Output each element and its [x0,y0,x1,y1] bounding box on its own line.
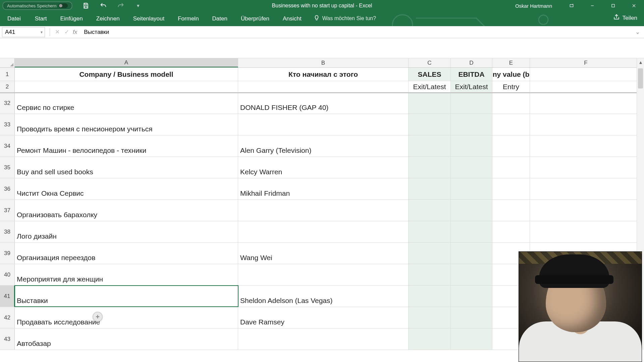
cell-D41[interactable] [451,286,492,307]
row-header-36[interactable]: 36 [0,178,15,199]
cell-D32[interactable] [451,93,492,114]
row-header-2[interactable]: 2 [0,81,15,92]
cell-A36[interactable]: Чистит Окна Сервис [15,178,238,199]
tab-data[interactable]: Daten [206,12,234,26]
cell-D42[interactable] [451,307,492,328]
minimize-icon[interactable] [585,0,600,11]
cell-A2[interactable] [15,81,238,92]
tab-pagelayout[interactable]: Seitenlayout [126,12,171,26]
cell-B43[interactable] [238,328,409,350]
cell-B34[interactable]: Alen Garry (Television) [238,135,409,157]
cell-B37[interactable] [238,200,409,221]
col-header-D[interactable]: D [451,58,492,67]
tab-review[interactable]: Überprüfen [234,12,276,26]
cell-E38[interactable] [492,221,530,242]
cell-E36[interactable] [492,178,530,199]
row-header-42[interactable]: 42 [0,307,15,328]
cell-E35[interactable] [492,157,530,178]
cell-C40[interactable] [409,264,451,285]
row-header-38[interactable]: 38 [0,221,15,242]
cell-A42[interactable]: Продавать исследование [15,307,238,328]
cell-D1[interactable]: EBITDA [451,68,492,81]
cell-D2[interactable]: Exit/Latest [451,81,492,92]
cell-A32[interactable]: Сервис по стирке [15,93,238,114]
col-header-C[interactable]: C [409,58,451,67]
cell-A38[interactable]: Лого дизайн [15,221,238,242]
quick-analysis-button[interactable]: + [93,312,103,322]
row-header-32[interactable]: 32 [0,93,15,114]
cell-C42[interactable] [409,307,451,328]
enter-icon[interactable]: ✓ [62,28,71,36]
cell-F38[interactable] [530,221,642,242]
row-header-40[interactable]: 40 [0,264,15,285]
cell-C36[interactable] [409,178,451,199]
cell-F33[interactable] [530,114,642,135]
cell-D36[interactable] [451,178,492,199]
save-icon[interactable] [82,2,90,9]
share-button[interactable]: Teilen [606,10,644,26]
cell-B33[interactable] [238,114,409,135]
select-all-corner[interactable] [0,58,15,67]
cell-C39[interactable] [409,243,451,264]
cell-D43[interactable] [451,328,492,350]
cell-E32[interactable] [492,93,530,114]
qat-customize-icon[interactable]: ▾ [135,2,142,9]
close-icon[interactable] [627,0,641,11]
cell-E34[interactable] [492,135,530,157]
cell-F1[interactable] [530,68,642,81]
cell-A1[interactable]: Company / Business modell [15,68,238,81]
cell-B2[interactable] [238,81,409,92]
cell-C35[interactable] [409,157,451,178]
tab-insert[interactable]: Einfügen [54,12,90,26]
cell-C41[interactable] [409,286,451,307]
row-header-37[interactable]: 37 [0,200,15,221]
row-header-33[interactable]: 33 [0,114,15,135]
row-header-34[interactable]: 34 [0,135,15,157]
cell-B1[interactable]: Кто начинал с этого [238,68,409,81]
cell-D38[interactable] [451,221,492,242]
cell-B41[interactable]: Sheldon Adelson (Las Vegas) [238,286,409,307]
formula-input[interactable]: Выставки [80,29,635,36]
cell-A34[interactable]: Ремонт Машин - велосипедов - техники [15,135,238,157]
col-header-A[interactable]: A [15,58,238,67]
cell-C37[interactable] [409,200,451,221]
cell-D40[interactable] [451,264,492,285]
cell-C2[interactable]: Exit/Latest [409,81,451,92]
cell-A33[interactable]: Проводить время с пенсионером учиться [15,114,238,135]
cell-F37[interactable] [530,200,642,221]
cell-E37[interactable] [492,200,530,221]
tab-formulas[interactable]: Formeln [171,12,205,26]
scroll-thumb[interactable] [638,68,643,88]
cell-A41[interactable]: Выставки [15,286,238,307]
cell-B36[interactable]: Mikhail Fridman [238,178,409,199]
cell-E2[interactable]: Entry [492,81,530,92]
cell-E1[interactable]: ny value (b [492,68,530,81]
cell-A35[interactable]: Buy and sell used books [15,157,238,178]
autosave-toggle[interactable]: Automatisches Speichern [3,2,72,10]
scroll-up-icon[interactable]: ▴ [637,58,644,66]
col-header-E[interactable]: E [492,58,530,67]
expand-formula-icon[interactable]: ⌄ [635,28,644,36]
cell-D33[interactable] [451,114,492,135]
cell-B42[interactable]: Dave Ramsey [238,307,409,328]
row-header-35[interactable]: 35 [0,157,15,178]
col-header-B[interactable]: B [238,58,409,67]
cell-F2[interactable] [530,81,642,92]
tab-draw[interactable]: Zeichnen [90,12,126,26]
row-header-1[interactable]: 1 [0,68,15,81]
cell-A43[interactable]: Автобазар [15,328,238,350]
cell-E33[interactable] [492,114,530,135]
cell-C1[interactable]: SALES [409,68,451,81]
tab-view[interactable]: Ansicht [276,12,308,26]
cell-B40[interactable] [238,264,409,285]
cell-D39[interactable] [451,243,492,264]
cell-B38[interactable] [238,221,409,242]
cancel-icon[interactable]: ✕ [53,28,62,36]
cell-D35[interactable] [451,157,492,178]
undo-icon[interactable] [100,2,107,9]
cell-B35[interactable]: Kelcy Warren [238,157,409,178]
fx-icon[interactable]: fx [73,29,77,36]
cell-C34[interactable] [409,135,451,157]
cell-D34[interactable] [451,135,492,157]
cell-B32[interactable]: DONALD FISHER (GAP 40) [238,93,409,114]
